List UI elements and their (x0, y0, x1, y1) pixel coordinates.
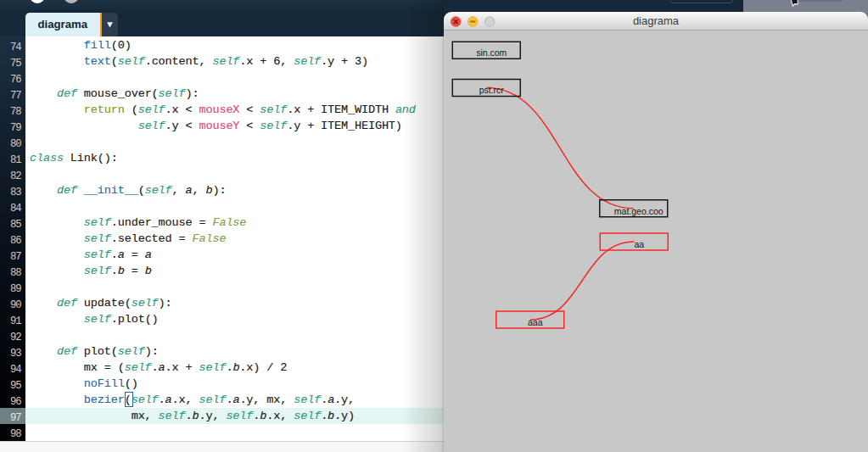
svg-text:pst.rcr: pst.rcr (479, 85, 505, 95)
svg-text:mat.geo.coo: mat.geo.coo (614, 206, 664, 216)
svg-text:sin.com: sin.com (476, 47, 507, 58)
svg-text:aaa: aaa (528, 317, 543, 327)
svg-text:aa: aa (634, 239, 644, 249)
